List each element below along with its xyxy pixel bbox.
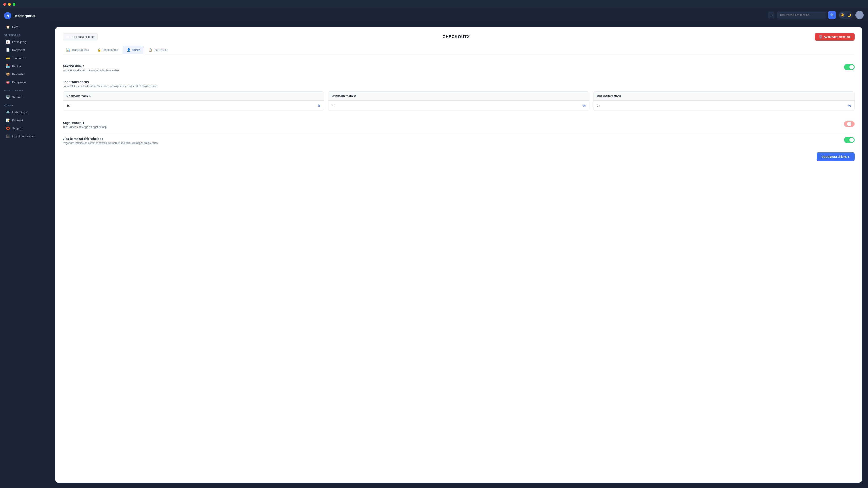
chart-icon: 📈 (6, 40, 10, 44)
settings-icon: ⚙️ (6, 110, 10, 114)
sidebar-label-butiker: Butiker (12, 64, 21, 68)
sidebar-label-surfpos: SurfPOS (12, 95, 24, 99)
tip-option-2-unit: % (583, 104, 585, 108)
sidebar-item-support[interactable]: 🛟 Support (2, 124, 48, 132)
visa-toggle[interactable] (844, 137, 855, 143)
sidebar-toggle-icon: ☰ (770, 13, 773, 17)
card-header: ← ← Tillbaka till butik CHECKOUTX 🗑️ Ava… (63, 33, 855, 40)
sidebar-item-hem[interactable]: 🏠 Hem (2, 23, 48, 31)
app-container: H Handlarportal 🏠 Hem DASHBOARD 📈 Försäl… (0, 8, 868, 488)
visa-slider (844, 137, 855, 143)
sidebar-label-kontrakt: Kontrakt (12, 119, 23, 122)
update-button[interactable]: Uppdatera dricks » (816, 152, 855, 161)
moon-icon: 🌙 (847, 13, 851, 17)
tab-dricks[interactable]: 👤 Dricks (123, 46, 144, 54)
tip-option-1-input-row: % (63, 101, 324, 111)
sidebar: H Handlarportal 🏠 Hem DASHBOARD 📈 Försäl… (0, 8, 49, 488)
support-icon: 🛟 (6, 126, 10, 130)
deactivate-button[interactable]: 🗑️ Avaktivera terminal (815, 33, 855, 40)
theme-dark-button[interactable]: 🌙 (846, 12, 852, 18)
sidebar-label-installningar: Inställningar (12, 111, 28, 114)
tip-option-1: Dricksalternativ 1 % (63, 91, 324, 111)
products-icon: 📦 (6, 72, 10, 76)
sidebar-label-forsaljning: Försäljning (12, 40, 26, 44)
manuellt-text: Ange manuellt Tillåt kunden att ange ett… (63, 121, 107, 129)
content-right: ☰ 🔍 ☀️ 🌙 (49, 8, 868, 488)
sidebar-item-forsaljning[interactable]: 📈 Försäljning (2, 38, 48, 46)
search-container: 🔍 (777, 11, 836, 19)
sidebar-item-surfpos[interactable]: 🖥️ SurfPOS (2, 93, 48, 101)
manuellt-toggle[interactable] (844, 121, 855, 127)
manuellt-slider (844, 121, 855, 127)
anvand-dricks-label: Använd dricks (63, 64, 119, 68)
search-icon: 🔍 (830, 13, 834, 17)
tab-transaktioner[interactable]: 📊 Transaktioner (63, 46, 93, 54)
dricks-icon: 👤 (127, 48, 130, 52)
video-icon: 🎬 (6, 134, 10, 138)
minimize-dot[interactable] (8, 3, 11, 6)
update-btn-container: Uppdatera dricks » (63, 152, 855, 161)
sidebar-item-kampanjer[interactable]: 🎯 Kampanjer (2, 78, 48, 86)
main-card: ← ← Tillbaka till butik CHECKOUTX 🗑️ Ava… (56, 27, 862, 483)
sidebar-header: H Handlarportal (0, 8, 49, 23)
tab-label-transaktioner: Transaktioner (71, 48, 89, 52)
close-dot[interactable] (3, 3, 6, 6)
home-icon: 🏠 (6, 25, 10, 29)
sidebar-section-konto: KONTO (0, 101, 49, 108)
anvand-dricks-row: Använd dricks Konfigurera dricksinställn… (63, 60, 855, 76)
store-icon: 🏪 (6, 64, 10, 68)
tab-information[interactable]: 📋 Information (145, 46, 172, 54)
report-icon: 📄 (6, 48, 10, 52)
tip-option-2-input[interactable] (332, 104, 581, 108)
sidebar-item-rapporter[interactable]: 📄 Rapporter (2, 46, 48, 54)
avatar[interactable] (856, 11, 864, 19)
theme-light-button[interactable]: ☀️ (839, 12, 845, 18)
anvand-dricks-text: Använd dricks Konfigurera dricksinställn… (63, 64, 119, 72)
tip-option-3-input-row: % (593, 101, 855, 111)
back-label: ← Tillbaka till butik (70, 35, 94, 38)
sidebar-label-produkter: Produkter (12, 73, 25, 76)
tip-option-2-header: Dricksalternativ 2 (328, 91, 589, 101)
card-title: CHECKOUTX (442, 34, 470, 39)
main-area: ← ← Tillbaka till butik CHECKOUTX 🗑️ Ava… (49, 22, 868, 488)
information-icon: 📋 (148, 48, 152, 52)
contract-icon: 📝 (6, 118, 10, 122)
visa-row: Visa beräknat dricksbelopp Avgör om term… (63, 133, 855, 149)
tab-installningar[interactable]: 🔒 Inställningar (94, 46, 122, 54)
tip-options-grid: Dricksalternativ 1 % Dricksalternativ 2 … (63, 91, 855, 111)
deactivate-label: Avaktivera terminal (824, 35, 850, 38)
tip-option-1-input[interactable] (66, 104, 316, 108)
sun-icon: ☀️ (840, 13, 844, 17)
search-button[interactable]: 🔍 (828, 11, 836, 19)
sidebar-item-produkter[interactable]: 📦 Produkter (2, 70, 48, 78)
surfpos-icon: 🖥️ (6, 95, 10, 99)
sidebar-item-installningar[interactable]: ⚙️ Inställningar (2, 108, 48, 116)
visa-text: Visa beräknat dricksbelopp Avgör om term… (63, 137, 159, 145)
maximize-dot[interactable] (12, 3, 16, 6)
titlebar (0, 0, 868, 8)
manuellt-row: Ange manuellt Tillåt kunden att ange ett… (63, 117, 855, 133)
sidebar-item-butiker[interactable]: 🏪 Butiker (2, 62, 48, 70)
anvand-dricks-slider (844, 64, 855, 70)
anvand-dricks-toggle[interactable] (844, 64, 855, 70)
topbar: ☰ 🔍 ☀️ 🌙 (49, 8, 868, 22)
sidebar-app-name: Handlarportal (13, 14, 35, 18)
search-input[interactable] (777, 12, 827, 18)
tab-label-dricks: Dricks (132, 48, 140, 52)
sidebar-section-pos: POINT OF SALE (0, 86, 49, 93)
back-button[interactable]: ← ← Tillbaka till butik (63, 33, 98, 40)
sidebar-toggle-button[interactable]: ☰ (768, 12, 774, 18)
tip-option-1-header: Dricksalternativ 1 (63, 91, 324, 101)
tab-label-information: Information (154, 48, 168, 52)
sidebar-item-instruktionsvideos[interactable]: 🎬 Instruktionsvideos (2, 132, 48, 140)
transaktioner-icon: 📊 (66, 48, 70, 52)
theme-toggle: ☀️ 🌙 (838, 11, 853, 19)
sidebar-label-hem: Hem (12, 25, 18, 29)
sidebar-label-support: Support (12, 127, 22, 130)
sidebar-item-kontrakt[interactable]: 📝 Kontrakt (2, 116, 48, 124)
tip-option-2-input-row: % (328, 101, 589, 111)
tip-option-3-input[interactable] (597, 104, 846, 108)
terminal-icon: 💳 (6, 56, 10, 60)
tip-option-3-unit: % (848, 104, 851, 108)
sidebar-item-terminaler[interactable]: 💳 Terminaler (2, 54, 48, 62)
